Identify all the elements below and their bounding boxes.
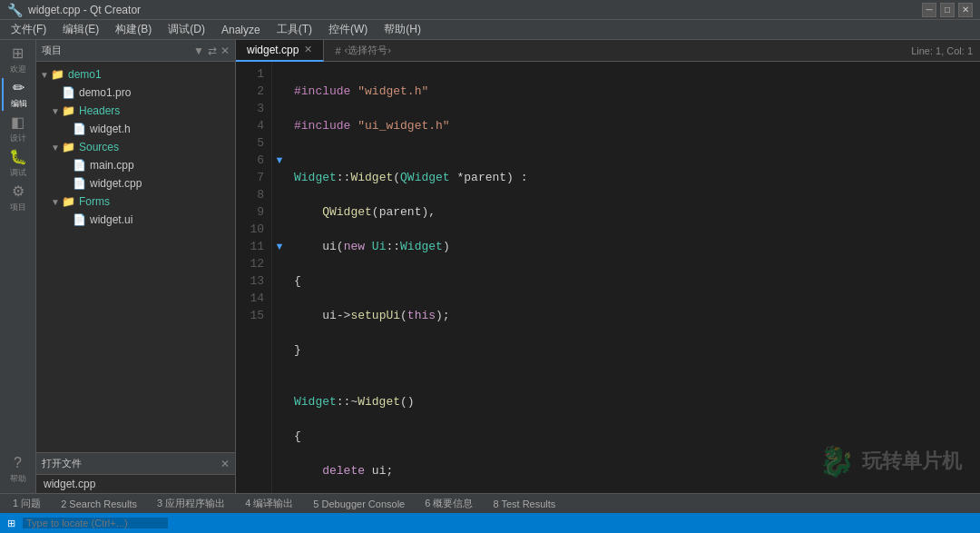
tree-folder-icon-headers: 📁 [62, 104, 76, 117]
ln-10: 10 [236, 221, 264, 238]
panel-filter-icon[interactable]: ▼ [193, 44, 204, 57]
ln-6: 6 [236, 152, 264, 169]
menu-file[interactable]: 文件(F) [4, 20, 54, 39]
bottom-tab-testresults[interactable]: 8 Test Results [484, 497, 564, 511]
menu-controls[interactable]: 控件(W) [321, 20, 375, 39]
tree-item-forms[interactable]: ▼ 📁 Forms [36, 192, 235, 211]
project-panel-header: 项目 ▼ ⇄ ✕ [36, 40, 235, 62]
debug-icon: 🐛 [9, 148, 27, 165]
line-numbers: 1 2 3 4 5 6 7 8 9 10 11 12 13 14 15 [236, 62, 272, 493]
debug-label: 调试 [10, 167, 26, 179]
tree-item-widgeth[interactable]: 📄 widget.h [36, 120, 235, 138]
tree-label-sources: Sources [79, 141, 119, 153]
code-line-12: { [294, 428, 973, 445]
tree-label-widgetcpp: widget.cpp [90, 177, 142, 190]
bottom-tab-summary[interactable]: 6 概要信息 [416, 495, 482, 512]
status-icon: ⊞ [7, 518, 15, 529]
ln-13: 13 [236, 272, 264, 290]
sidebar-edit[interactable]: ✏ 编辑 [2, 78, 34, 111]
restore-button[interactable]: □ [940, 3, 955, 17]
breadcrumb-symbol: # [335, 45, 340, 56]
fg-12 [272, 255, 287, 272]
editor-tab-bar: widget.cpp ✕ # ‹选择符号› Line: 1, Col: 1 [236, 40, 980, 62]
tree-label-maincpp: main.cpp [90, 159, 134, 172]
tree-file-icon-widgetcpp: 📄 [73, 177, 87, 190]
design-label: 设计 [10, 133, 26, 144]
bottom-tab-problems[interactable]: 1 问题 [4, 495, 50, 512]
bottom-tab-appoutput[interactable]: 3 应用程序输出 [148, 495, 234, 512]
menu-build[interactable]: 构建(B) [108, 20, 159, 39]
bottom-tab-compile[interactable]: 4 编译输出 [236, 495, 302, 512]
edit-label: 编辑 [11, 98, 27, 110]
tree-item-maincpp[interactable]: 📄 main.cpp [36, 156, 235, 174]
ln-3: 3 [236, 100, 264, 117]
title-text: widget.cpp - Qt Creator [28, 4, 141, 16]
location-text: Line: 1, Col: 1 [911, 45, 973, 56]
panel-close-icon[interactable]: ✕ [220, 44, 230, 57]
open-files-close-icon[interactable]: ✕ [220, 458, 230, 470]
project-panel: 项目 ▼ ⇄ ✕ ▼ 📁 demo1 📄 demo1.pro ▼ [36, 40, 236, 493]
menu-analyze[interactable]: Analyze [214, 22, 268, 38]
tree-arrow-widgeth [62, 124, 73, 134]
menu-tools[interactable]: 工具(T) [270, 20, 319, 39]
locate-input[interactable] [23, 518, 168, 528]
menu-help[interactable]: 帮助(H) [377, 20, 428, 39]
tree-arrow-widgetui [62, 215, 73, 225]
tree-item-demo1pro[interactable]: 📄 demo1.pro [36, 84, 235, 102]
tree-label-forms: Forms [79, 195, 110, 208]
fg-3 [272, 100, 287, 117]
fg-5 [272, 134, 287, 152]
fg-13 [272, 272, 287, 290]
tree-arrow-widgetcpp [62, 179, 73, 189]
sidebar-debug[interactable]: 🐛 调试 [2, 147, 34, 180]
menu-edit[interactable]: 编辑(E) [55, 20, 106, 39]
code-line-2: #include "ui_widget.h" [294, 117, 973, 134]
close-button[interactable]: ✕ [958, 3, 973, 17]
open-files-title: 打开文件 [42, 457, 82, 470]
open-files-panel: 打开文件 ✕ widget.cpp [36, 452, 235, 493]
welcome-label: 欢迎 [10, 64, 26, 75]
menu-debug[interactable]: 调试(D) [161, 20, 212, 39]
welcome-icon: ⊞ [12, 44, 24, 62]
sidebar-design[interactable]: ◧ 设计 [2, 113, 34, 145]
fg-14 [272, 290, 287, 307]
ln-1: 1 [236, 65, 264, 83]
sidebar-icons: ⊞ 欢迎 ✏ 编辑 ◧ 设计 🐛 调试 ⚙ 项目 ? 帮助 [0, 40, 36, 493]
editor-location: Line: 1, Col: 1 [911, 45, 980, 56]
sidebar-project[interactable]: ⚙ 项目 [2, 182, 34, 214]
tree-item-sources[interactable]: ▼ 📁 Sources [36, 138, 235, 156]
ln-9: 9 [236, 203, 264, 221]
minimize-button[interactable]: ─ [922, 3, 936, 17]
tab-close-icon[interactable]: ✕ [304, 44, 312, 55]
tree-file-icon-widgetui: 📄 [73, 213, 87, 226]
bottom-tab-search[interactable]: 2 Search Results [52, 497, 146, 511]
sidebar-help[interactable]: ? 帮助 [2, 453, 34, 486]
code-line-11: Widget::~Widget() [294, 393, 973, 410]
tree-file-icon-demo1pro: 📄 [62, 86, 76, 99]
tree-folder-icon-sources: 📁 [62, 141, 76, 153]
sidebar-welcome[interactable]: ⊞ 欢迎 [2, 44, 34, 76]
panel-sync-icon[interactable]: ⇄ [208, 44, 217, 57]
tree-item-headers[interactable]: ▼ 📁 Headers [36, 102, 235, 120]
tree-arrow-demo1pro [51, 88, 62, 98]
fg-6: ▼ [272, 152, 287, 169]
editor-area: widget.cpp ✕ # ‹选择符号› Line: 1, Col: 1 1 … [236, 40, 980, 493]
tree-item-widgetui[interactable]: 📄 widget.ui [36, 211, 235, 229]
project-tree: ▼ 📁 demo1 📄 demo1.pro ▼ 📁 Headers 📄 widg… [36, 62, 235, 452]
ln-7: 7 [236, 169, 264, 186]
code-content[interactable]: #include "widget.h" #include "ui_widget.… [287, 62, 980, 493]
code-line-6: ui(new Ui::Widget) [294, 238, 973, 255]
bottom-tab-debugger[interactable]: 5 Debugger Console [304, 497, 414, 511]
tree-file-icon-maincpp: 📄 [73, 159, 87, 172]
open-file-widgetcpp[interactable]: widget.cpp [36, 475, 235, 493]
tree-item-widgetcpp[interactable]: 📄 widget.cpp [36, 174, 235, 192]
fg-4 [272, 117, 287, 134]
fold-gutter: ▼ ▼ [272, 62, 287, 493]
tree-arrow-maincpp [62, 161, 73, 171]
tree-file-icon-widgeth: 📄 [73, 123, 87, 135]
code-editor: 1 2 3 4 5 6 7 8 9 10 11 12 13 14 15 [236, 62, 980, 493]
tab-widgetcpp[interactable]: widget.cpp ✕ [236, 40, 324, 62]
tree-arrow-forms: ▼ [51, 197, 62, 207]
title-bar: 🔧 widget.cpp - Qt Creator ─ □ ✕ [0, 0, 980, 20]
tree-item-demo1[interactable]: ▼ 📁 demo1 [36, 65, 235, 84]
